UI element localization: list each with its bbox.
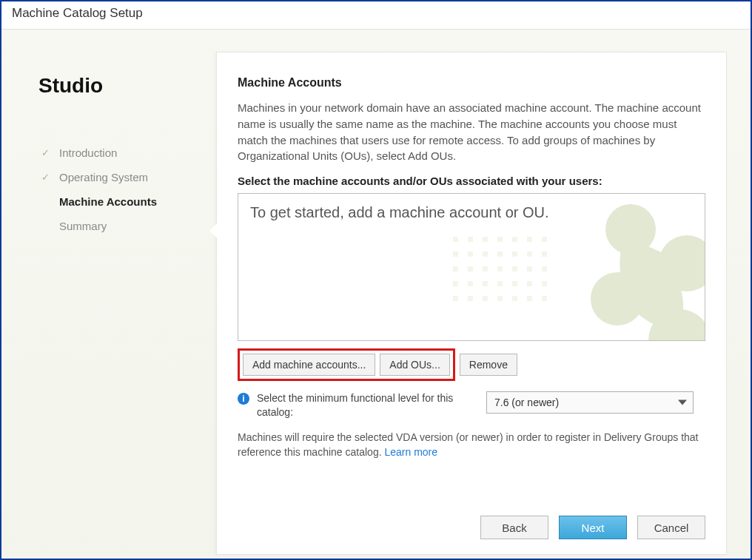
svg-rect-32	[453, 296, 458, 301]
functional-level-row: i Select the minimum functional level fo…	[238, 391, 705, 419]
step-label: Introduction	[59, 146, 117, 159]
svg-rect-20	[483, 266, 488, 271]
svg-rect-16	[527, 252, 532, 257]
svg-point-2	[591, 272, 644, 325]
step-label: Operating System	[59, 171, 148, 183]
svg-rect-15	[512, 252, 517, 257]
svg-rect-11	[453, 252, 458, 257]
select-accounts-label: Select the machine accounts and/or OUs a…	[238, 175, 705, 187]
accounts-list-placeholder: To get started, add a machine account or…	[250, 204, 693, 221]
wizard-buttons: Back Next Cancel	[480, 516, 705, 539]
svg-rect-30	[527, 281, 532, 286]
svg-rect-36	[512, 296, 517, 301]
functional-level-select[interactable]: 7.6 (or newer)	[486, 391, 694, 414]
vda-note: Machines will require the selected VDA v…	[238, 430, 705, 460]
check-icon: ✓	[41, 147, 53, 158]
main-panel: Machine Accounts Machines in your networ…	[216, 52, 727, 555]
svg-rect-31	[542, 281, 547, 286]
svg-rect-12	[468, 252, 473, 257]
svg-rect-18	[453, 266, 458, 271]
cancel-button[interactable]: Cancel	[637, 516, 705, 539]
next-button[interactable]: Next	[559, 516, 627, 539]
svg-rect-28	[497, 281, 503, 286]
accounts-buttons-row: Add machine accounts... Add OUs... Remov…	[238, 348, 705, 381]
check-icon: ✓	[41, 172, 53, 183]
functional-level-value: 7.6 (or newer)	[494, 397, 559, 408]
step-machine-accounts[interactable]: Machine Accounts	[38, 189, 201, 214]
svg-rect-14	[497, 252, 503, 257]
svg-rect-37	[527, 296, 532, 301]
svg-rect-10	[542, 237, 547, 242]
step-operating-system[interactable]: ✓ Operating System	[38, 165, 201, 189]
svg-rect-26	[468, 281, 473, 286]
svg-rect-21	[497, 266, 503, 271]
svg-rect-25	[453, 281, 458, 286]
wizard-content: Studio ✓ Introduction ✓ Operating System…	[1, 30, 751, 559]
svg-rect-33	[468, 296, 473, 301]
svg-rect-4	[453, 237, 458, 242]
window-title: Machine Catalog Setup	[1, 1, 751, 30]
svg-point-3	[648, 309, 705, 341]
window: Machine Catalog Setup Studio ✓ Introduct…	[0, 0, 752, 560]
info-icon: i	[238, 393, 249, 405]
svg-rect-38	[542, 296, 547, 301]
add-machine-accounts-button[interactable]: Add machine accounts...	[243, 354, 375, 376]
svg-rect-24	[542, 266, 547, 271]
svg-rect-29	[512, 281, 517, 286]
chevron-down-icon	[678, 400, 687, 405]
remove-button[interactable]: Remove	[460, 354, 517, 376]
svg-rect-13	[483, 252, 488, 257]
step-introduction[interactable]: ✓ Introduction	[38, 141, 201, 165]
svg-rect-22	[512, 266, 517, 271]
add-ous-button[interactable]: Add OUs...	[380, 354, 449, 376]
sidebar: Studio ✓ Introduction ✓ Operating System…	[16, 52, 209, 525]
wizard-steps: ✓ Introduction ✓ Operating System Machin…	[38, 141, 201, 238]
svg-rect-7	[497, 237, 503, 242]
svg-point-1	[659, 235, 705, 291]
svg-rect-35	[497, 296, 503, 301]
step-summary[interactable]: Summary	[38, 214, 201, 238]
step-label: Summary	[59, 220, 107, 232]
brand-label: Studio	[38, 74, 201, 98]
highlight-annotation: Add machine accounts... Add OUs...	[238, 348, 455, 381]
functional-level-label: Select the minimum functional level for …	[257, 391, 479, 419]
svg-rect-34	[483, 296, 488, 301]
svg-rect-27	[483, 281, 488, 286]
vda-note-text: Machines will require the selected VDA v…	[238, 431, 699, 458]
step-label: Machine Accounts	[59, 195, 157, 208]
panel-arrow-icon	[209, 223, 218, 239]
svg-rect-8	[512, 237, 517, 242]
svg-rect-9	[527, 237, 532, 242]
accounts-list[interactable]: To get started, add a machine account or…	[238, 193, 705, 341]
svg-rect-23	[527, 266, 532, 271]
svg-rect-6	[483, 237, 488, 242]
back-button[interactable]: Back	[480, 516, 548, 539]
page-description: Machines in your network domain have an …	[238, 100, 705, 164]
svg-rect-5	[468, 237, 473, 242]
page-heading: Machine Accounts	[238, 76, 705, 90]
svg-rect-17	[542, 252, 547, 257]
learn-more-link[interactable]: Learn more	[384, 446, 437, 458]
svg-rect-19	[468, 266, 473, 271]
